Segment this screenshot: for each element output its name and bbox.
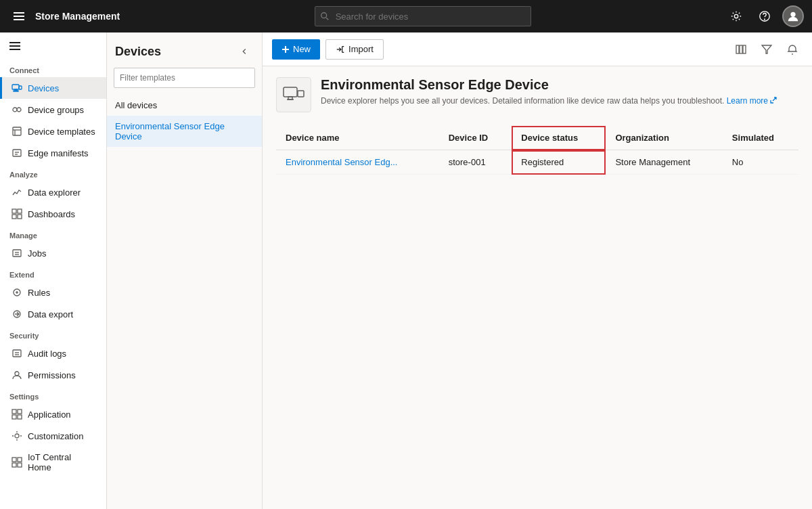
svg-point-7	[765, 19, 765, 20]
sidebar-item-device-templates[interactable]: Device templates	[0, 120, 106, 142]
col-header-device-status: Device status	[512, 126, 606, 150]
sidebar-item-device-templates-label: Device templates	[28, 127, 95, 137]
svg-point-8	[790, 12, 795, 17]
svg-rect-55	[740, 45, 742, 53]
main-layout: Connect Devices Device groups Device tem…	[0, 32, 812, 509]
sidebar-item-dashboards-label: Dashboards	[28, 209, 75, 219]
sidebar-item-application-label: Application	[28, 410, 71, 420]
cell-organization: Store Management	[606, 150, 722, 175]
svg-rect-45	[18, 458, 22, 462]
import-button[interactable]: Import	[325, 39, 384, 60]
sidebar-item-dashboards[interactable]: Dashboards	[0, 203, 106, 225]
sidebar-item-audit-logs-label: Audit logs	[28, 349, 66, 359]
main-content: New Import	[263, 32, 812, 509]
svg-rect-26	[12, 215, 16, 219]
sidebar-item-iot-central-home-label: IoT Central Home	[28, 452, 97, 472]
sidebar-item-iot-central-home[interactable]: IoT Central Home	[0, 447, 106, 478]
device-groups-icon	[12, 104, 22, 115]
sidebar-hamburger[interactable]	[0, 32, 106, 60]
col-header-organization: Organization	[606, 126, 722, 150]
sidebar-item-permissions[interactable]: Permissions	[0, 364, 106, 386]
section-manage-label: Manage	[0, 225, 106, 242]
svg-rect-46	[12, 463, 16, 467]
search-icon	[320, 12, 330, 21]
learn-more-link[interactable]: Learn more	[727, 96, 768, 106]
edge-manifests-icon	[12, 148, 22, 158]
sidebar-item-data-explorer[interactable]: Data explorer	[0, 181, 106, 203]
selected-device-template-item[interactable]: Environmental Sensor Edge Device	[107, 116, 262, 147]
user-avatar[interactable]	[782, 5, 804, 27]
sidebar-item-audit-logs[interactable]: Audit logs	[0, 342, 106, 364]
collapse-panel-button[interactable]	[235, 42, 254, 61]
svg-rect-47	[18, 463, 22, 467]
svg-point-43	[15, 434, 19, 438]
col-header-simulated: Simulated	[723, 126, 798, 150]
svg-rect-40	[18, 410, 22, 414]
svg-point-5	[734, 14, 738, 18]
svg-marker-57	[762, 45, 771, 53]
svg-rect-39	[12, 410, 16, 414]
svg-point-3	[321, 13, 326, 18]
svg-rect-54	[736, 45, 739, 53]
section-settings-label: Settings	[0, 386, 106, 403]
middle-panel-title: Devices	[115, 45, 161, 59]
sidebar-item-edge-manifests-label: Edge manifests	[28, 148, 89, 158]
jobs-icon	[12, 248, 22, 259]
svg-rect-10	[9, 45, 20, 47]
sidebar-item-edge-manifests[interactable]: Edge manifests	[0, 142, 106, 164]
notifications-button[interactable]	[782, 39, 803, 60]
svg-rect-24	[12, 209, 16, 213]
sidebar-item-device-groups[interactable]: Device groups	[0, 99, 106, 120]
svg-rect-0	[14, 12, 24, 14]
section-connect-label: Connect	[0, 60, 106, 77]
settings-button[interactable]	[725, 5, 747, 27]
all-devices-item[interactable]: All devices	[107, 95, 262, 116]
topnav: Store Management	[0, 0, 812, 32]
topnav-actions	[725, 5, 804, 27]
device-icon-box	[276, 77, 311, 112]
device-name-link[interactable]: Environmental Sensor Edg...	[286, 157, 397, 167]
device-description: Device explorer helps you see all your d…	[321, 95, 777, 107]
section-extend-label: Extend	[0, 264, 106, 282]
audit-logs-icon	[12, 348, 22, 359]
device-header: Environmental Sensor Edge Device Device …	[276, 77, 798, 112]
filter-templates-input[interactable]	[114, 68, 255, 88]
sidebar-item-jobs[interactable]: Jobs	[0, 242, 106, 264]
sidebar-item-customization-label: Customization	[28, 431, 83, 441]
sidebar-item-device-groups-label: Device groups	[28, 105, 84, 115]
search-input[interactable]	[315, 6, 531, 26]
new-button-label: New	[293, 44, 311, 54]
hamburger-icon[interactable]	[8, 5, 30, 27]
help-button[interactable]	[754, 5, 775, 27]
sidebar-item-data-export-label: Data export	[28, 309, 73, 319]
dashboards-icon	[12, 208, 22, 219]
filter-button[interactable]	[757, 39, 777, 60]
svg-rect-27	[18, 215, 22, 219]
sidebar-item-data-export[interactable]: Data export	[0, 303, 106, 325]
device-type-icon	[283, 85, 304, 104]
app-title: Store Management	[35, 11, 120, 22]
col-header-device-id: Device ID	[439, 126, 512, 150]
svg-rect-35	[13, 350, 21, 357]
svg-rect-59	[284, 87, 297, 97]
svg-rect-11	[9, 49, 20, 50]
new-button[interactable]: New	[272, 39, 320, 60]
sidebar-item-devices[interactable]: Devices	[0, 77, 106, 99]
sidebar-item-rules[interactable]: Rules	[0, 282, 106, 303]
svg-point-16	[13, 108, 17, 112]
svg-rect-25	[18, 209, 22, 213]
sidebar-item-application[interactable]: Application	[0, 403, 106, 425]
search-area	[120, 6, 725, 26]
devices-icon	[12, 83, 22, 93]
data-explorer-icon	[12, 187, 22, 198]
sidebar: Connect Devices Device groups Device tem…	[0, 32, 107, 509]
svg-rect-18	[13, 127, 21, 135]
device-templates-icon	[12, 126, 22, 137]
rules-icon	[12, 287, 22, 298]
svg-rect-44	[12, 458, 16, 462]
columns-button[interactable]	[731, 39, 751, 60]
content-area: Environmental Sensor Edge Device Device …	[263, 66, 812, 509]
svg-rect-62	[298, 91, 304, 97]
svg-rect-9	[9, 42, 20, 43]
sidebar-item-customization[interactable]: Customization	[0, 425, 106, 447]
